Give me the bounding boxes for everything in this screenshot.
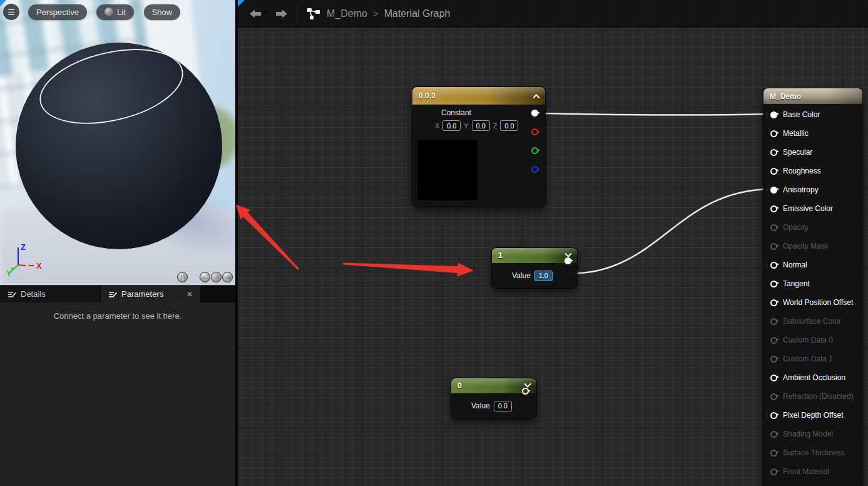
axis-x-label: X	[36, 261, 42, 271]
material-pin-row[interactable]: Custom Data 0	[763, 331, 862, 349]
field-value-input[interactable]: 0.0	[442, 120, 461, 131]
parameters-tab-label: Parameters	[121, 289, 163, 299]
material-pin-row[interactable]: Opacity	[763, 218, 862, 237]
material-input-pin[interactable]	[770, 393, 777, 400]
node-title: 0,0,0	[419, 91, 436, 100]
node-constant-zero[interactable]: 0 Value 0.0	[451, 378, 536, 418]
material-pin-row[interactable]: Base Color	[763, 105, 862, 124]
node-constant-one[interactable]: 1 Value 1.0	[492, 248, 577, 288]
material-input-pin[interactable]	[770, 468, 777, 475]
breadcrumb-separator: >	[373, 8, 379, 19]
value-input[interactable]: 1.0	[534, 271, 553, 281]
forward-button[interactable]	[275, 9, 288, 19]
material-input-pin[interactable]	[770, 111, 777, 118]
material-pin-label: Ambient Occlusion	[783, 373, 845, 382]
material-pin-row[interactable]: Shading Model	[763, 425, 862, 443]
xyz-fields: X 0.0 Y 0.0 Z 0.0	[435, 120, 518, 131]
field-label: X	[435, 122, 439, 130]
material-input-pin[interactable]	[770, 356, 777, 363]
show-button[interactable]: Show	[144, 4, 181, 20]
value-input[interactable]: 0.0	[494, 401, 512, 411]
node-constant3vector[interactable]: 0,0,0 Constant X 0.0 Y 0.0 Z 0.0	[412, 87, 545, 207]
lit-sphere-icon	[105, 8, 113, 16]
material-input-pin[interactable]	[770, 337, 777, 344]
material-input-pin[interactable]	[770, 168, 777, 175]
parameters-panel-body: Connect a parameter to see it here.	[0, 302, 235, 486]
material-pin-row[interactable]: Anisotropy	[763, 180, 862, 199]
node-title: M_Demo	[770, 92, 801, 101]
material-pin-row[interactable]: Surface Thickness	[763, 443, 862, 462]
material-input-pin[interactable]	[770, 281, 777, 287]
preview-shape-button[interactable]	[200, 272, 210, 282]
material-pin-row[interactable]: Metallic	[763, 124, 862, 143]
material-pin-label: Metallic	[783, 129, 809, 138]
graph-toolbar: M_Demo > Material Graph	[238, 0, 868, 28]
material-input-pin[interactable]	[770, 299, 777, 306]
material-input-pin[interactable]	[770, 450, 777, 457]
output-pin[interactable]	[522, 388, 529, 395]
material-input-pin[interactable]	[770, 375, 777, 381]
material-input-pin[interactable]	[770, 412, 777, 419]
graph-icon	[307, 8, 320, 20]
output-pin[interactable]	[564, 257, 571, 264]
material-input-pin[interactable]	[770, 149, 777, 156]
panel-tab-bar: Details Parameters ✕	[0, 285, 235, 302]
preview-shape-button[interactable]	[222, 272, 233, 282]
material-pin-row[interactable]: Tangent	[763, 274, 862, 293]
preview-viewport[interactable]: ☰ Perspective Lit Show Z X Y	[0, 0, 235, 285]
material-pin-row[interactable]: Emissive Color	[763, 199, 862, 218]
field-value-input[interactable]: 0.0	[500, 120, 518, 131]
tab-details[interactable]: Details	[0, 286, 101, 302]
viewport-menu-button[interactable]: ☰	[3, 4, 19, 20]
chevron-down-icon[interactable]	[524, 381, 531, 388]
preview-shape-button[interactable]	[211, 272, 222, 282]
output-pin-rgb[interactable]	[531, 110, 538, 116]
material-input-pin[interactable]	[770, 130, 777, 137]
material-pin-row[interactable]: Subsurface Color	[763, 312, 862, 331]
node-title: 1	[498, 251, 503, 260]
material-input-pin[interactable]	[770, 262, 777, 269]
node-material-result[interactable]: M_Demo Base Color Metallic	[763, 88, 862, 486]
material-pin-row[interactable]: Specular	[763, 143, 862, 162]
material-pin-label: Shading Model	[783, 430, 833, 438]
axis-gizmo: Z X Y	[6, 241, 51, 279]
output-pin-b[interactable]	[531, 166, 538, 173]
chevron-up-icon[interactable]	[533, 94, 539, 101]
details-tab-label: Details	[21, 289, 46, 299]
output-pin-r[interactable]	[531, 128, 538, 135]
back-button[interactable]	[249, 9, 262, 19]
output-pin-g[interactable]	[531, 147, 538, 154]
material-input-pin[interactable]	[770, 187, 777, 194]
tab-parameters[interactable]: Parameters ✕	[101, 286, 200, 302]
material-input-pin[interactable]	[770, 318, 777, 325]
value-label: Value	[471, 401, 490, 410]
material-pin-row[interactable]: World Position Offset	[763, 293, 862, 312]
lit-mode-button[interactable]: Lit	[96, 4, 134, 20]
material-pin-label: Roughness	[783, 167, 821, 175]
details-icon	[8, 290, 16, 299]
material-pin-row[interactable]: Front Material	[763, 462, 862, 481]
field-value-input[interactable]: 0.0	[472, 120, 490, 131]
close-tab-icon[interactable]: ✕	[170, 290, 193, 299]
material-pin-row[interactable]: Roughness	[763, 162, 862, 180]
material-pin-row[interactable]: Normal	[763, 256, 862, 274]
material-pin-row[interactable]: Pixel Depth Offset	[763, 406, 862, 425]
material-pin-row[interactable]: Opacity Mask	[763, 237, 862, 256]
material-input-pin[interactable]	[770, 431, 777, 438]
material-input-pin[interactable]	[770, 243, 777, 250]
material-input-pin[interactable]	[770, 224, 777, 231]
preview-shape-button[interactable]	[177, 272, 188, 282]
breadcrumb-asset[interactable]: M_Demo	[327, 8, 367, 19]
parameters-empty-message: Connect a parameter to see it here.	[0, 311, 235, 321]
node-header[interactable]: 0,0,0	[412, 87, 545, 105]
material-pin-label: Refraction (Disabled)	[783, 392, 854, 401]
material-pin-row[interactable]: Ambient Occlusion	[763, 368, 862, 387]
material-graph-canvas[interactable]: 0,0,0 Constant X 0.0 Y 0.0 Z 0.0	[238, 0, 868, 486]
material-pin-row[interactable]: Refraction (Disabled)	[763, 387, 862, 406]
node-header[interactable]: M_Demo	[763, 88, 862, 104]
perspective-button[interactable]: Perspective	[28, 4, 87, 20]
material-pin-row[interactable]: Custom Data 1	[763, 349, 862, 368]
chevron-down-icon[interactable]	[564, 251, 571, 257]
material-input-pin[interactable]	[770, 205, 777, 212]
node-title: 0	[457, 381, 462, 390]
